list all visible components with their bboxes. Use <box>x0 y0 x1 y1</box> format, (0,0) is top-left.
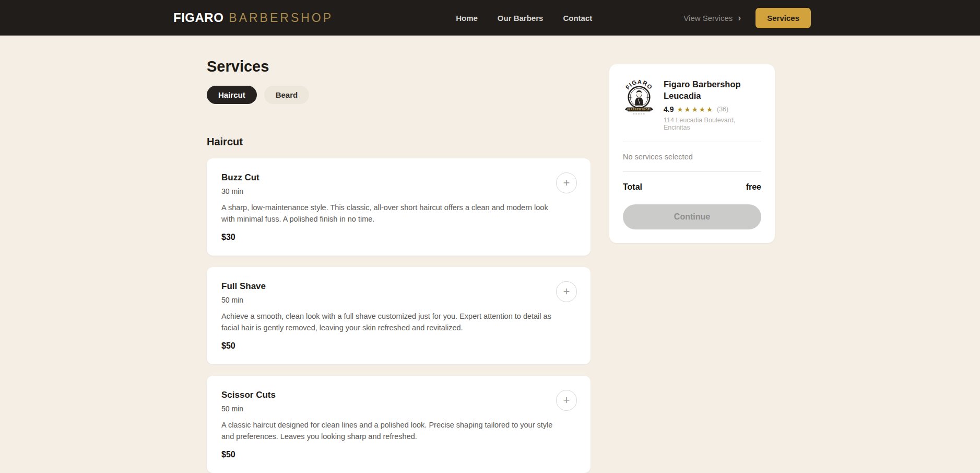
service-name: Buzz Cut <box>221 172 576 183</box>
plus-icon: + <box>563 395 570 406</box>
plus-icon: + <box>563 177 570 189</box>
chevron-right-icon: › <box>738 13 741 22</box>
service-card-buzz-cut: Buzz Cut 30 min A sharp, low-maintenance… <box>207 158 591 256</box>
brand-name-secondary: BARBERSHOP <box>229 11 333 25</box>
service-duration: 30 min <box>221 187 576 195</box>
service-price: $30 <box>221 233 576 242</box>
brand-logo[interactable]: FIGARO BARBERSHOP <box>173 10 333 25</box>
star-rating-icons: ★★★★★ <box>677 105 714 113</box>
nav-link-contact[interactable]: Contact <box>563 14 592 22</box>
service-card-scissor-cuts: Scissor Cuts 50 min A classic haircut de… <box>207 376 591 473</box>
add-service-button[interactable]: + <box>556 390 577 411</box>
main-nav: Home Our Barbers Contact <box>456 14 592 22</box>
svg-text:FIGARO: FIGARO <box>624 78 654 90</box>
service-name: Scissor Cuts <box>221 390 576 400</box>
service-price: $50 <box>221 450 576 459</box>
services-column: Services Haircut Beard Haircut Buzz Cut … <box>207 36 591 473</box>
business-address: 114 Leucadia Boulevard, Encinitas <box>664 117 761 131</box>
service-duration: 50 min <box>221 296 576 304</box>
header-actions: View Services › Services <box>683 8 811 28</box>
category-tabs: Haircut Beard <box>207 86 591 104</box>
barbershop-emblem-logo: FIGARO BARBERSHOP <box>623 78 655 117</box>
add-service-button[interactable]: + <box>556 281 577 302</box>
nav-link-our-barbers[interactable]: Our Barbers <box>498 14 544 22</box>
service-description: A sharp, low-maintenance style. This cla… <box>221 202 560 225</box>
tab-haircut[interactable]: Haircut <box>207 86 257 104</box>
plus-icon: + <box>563 286 570 297</box>
review-count: (36) <box>717 106 728 113</box>
page-title: Services <box>207 58 591 75</box>
service-description: A classic haircut designed for clean lin… <box>221 419 560 443</box>
tab-beard[interactable]: Beard <box>264 86 310 104</box>
no-services-message: No services selected <box>623 153 761 161</box>
service-card-full-shave: Full Shave 50 min Achieve a smooth, clea… <box>207 267 591 364</box>
services-button[interactable]: Services <box>755 8 811 28</box>
business-header: FIGARO BARBERSHOP <box>623 78 761 131</box>
service-price: $50 <box>221 341 576 351</box>
section-heading-haircut: Haircut <box>207 136 591 148</box>
view-services-link[interactable]: View Services › <box>683 13 741 22</box>
business-name: Figaro Barbershop Leucadia <box>664 79 761 102</box>
nav-link-home[interactable]: Home <box>456 14 478 22</box>
top-navbar: FIGARO BARBERSHOP Home Our Barbers Conta… <box>0 0 980 36</box>
total-value: free <box>746 182 761 192</box>
booking-summary-sidebar: FIGARO BARBERSHOP <box>609 36 775 473</box>
content-area: Services Haircut Beard Haircut Buzz Cut … <box>207 36 775 473</box>
brand-name-primary: FIGARO <box>173 10 223 25</box>
service-description: Achieve a smooth, clean look with a full… <box>221 310 560 334</box>
booking-summary-card: FIGARO BARBERSHOP <box>609 64 775 243</box>
service-name: Full Shave <box>221 281 576 292</box>
svg-text:BARBERSHOP: BARBERSHOP <box>628 108 650 111</box>
view-services-label: View Services <box>683 14 733 22</box>
rating-score: 4.9 <box>664 105 674 113</box>
rating-row: 4.9 ★★★★★ (36) <box>664 105 761 113</box>
total-row: Total free <box>623 182 761 192</box>
add-service-button[interactable]: + <box>556 172 577 193</box>
divider <box>623 171 761 172</box>
continue-button[interactable]: Continue <box>623 204 761 229</box>
business-info: Figaro Barbershop Leucadia 4.9 ★★★★★ (36… <box>664 78 761 131</box>
service-duration: 50 min <box>221 405 576 413</box>
divider <box>623 142 761 142</box>
total-label: Total <box>623 182 642 192</box>
